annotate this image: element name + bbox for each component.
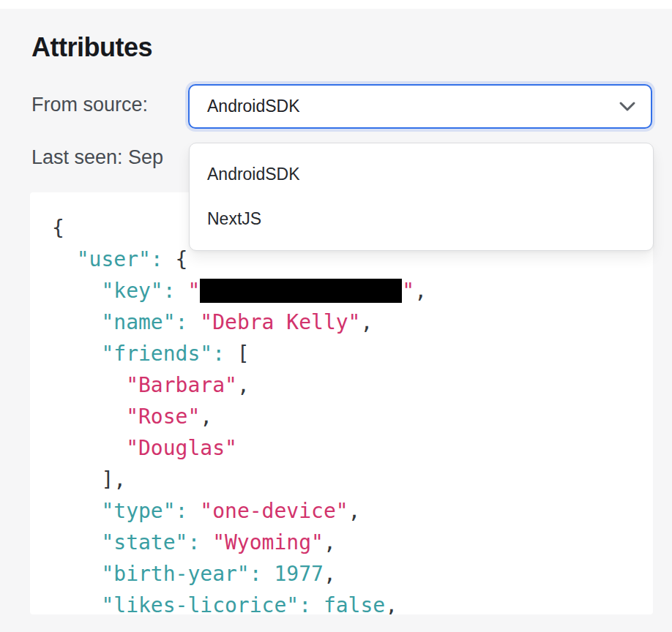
last-seen-text: Last seen: Sep [31, 146, 163, 169]
chevron-down-icon [619, 101, 636, 113]
code-line: "Barbara", [52, 369, 653, 401]
attributes-json-block: { "user": { "key": "", "name": "Debra Ke… [30, 192, 653, 614]
source-select-value: AndroidSDK [207, 97, 619, 116]
code-line: "type": "one-device", [52, 495, 653, 527]
dropdown-option-nextjs[interactable]: NextJS [190, 197, 653, 241]
redaction-box [200, 279, 402, 303]
source-dropdown-panel: AndroidSDKNextJS [189, 143, 654, 251]
code-line: "state": "Wyoming", [52, 527, 653, 558]
code-line: "Rose", [52, 401, 653, 432]
code-line: "key": "", [52, 275, 653, 306]
code-line: "name": "Debra Kelly", [52, 306, 653, 338]
from-source-label: From source: [31, 94, 148, 116]
attributes-page: Attributes From source: AndroidSDK Last … [0, 0, 672, 632]
page-title: Attributes [31, 32, 152, 63]
code-line: "birth-year": 1977, [52, 558, 653, 590]
code-content: { "user": { "key": "", "name": "Debra Ke… [52, 212, 653, 614]
code-line: "likes-licorice": false, [52, 590, 653, 614]
top-strip [0, 0, 672, 9]
code-line: "Douglas" [52, 432, 653, 464]
dropdown-option-androidsdk[interactable]: AndroidSDK [190, 152, 653, 197]
code-line: ], [52, 464, 653, 495]
source-select[interactable]: AndroidSDK [188, 84, 652, 129]
code-line: "friends": [ [52, 338, 653, 369]
